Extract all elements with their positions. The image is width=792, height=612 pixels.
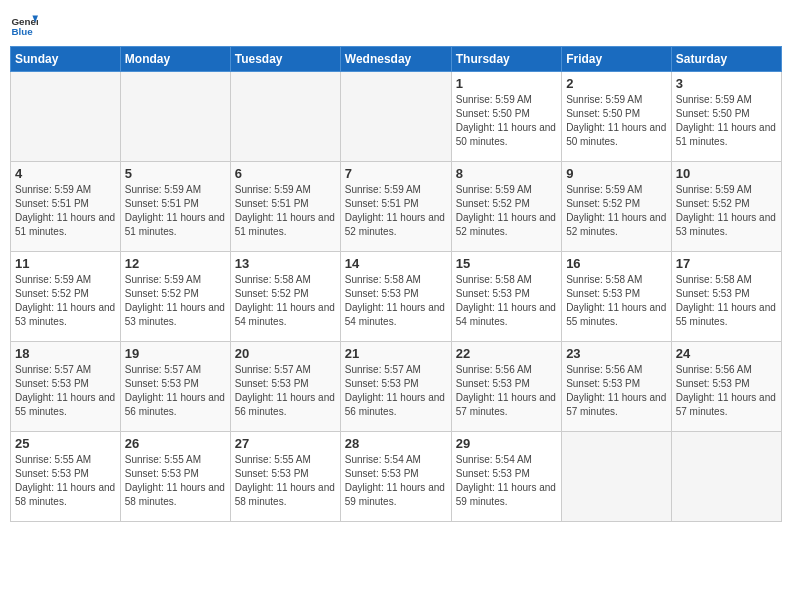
- day-info: Sunrise: 5:54 AM Sunset: 5:53 PM Dayligh…: [456, 453, 557, 509]
- day-number: 23: [566, 346, 667, 361]
- day-number: 19: [125, 346, 226, 361]
- calendar-cell: [340, 72, 451, 162]
- weekday-header: Monday: [120, 47, 230, 72]
- weekday-header: Wednesday: [340, 47, 451, 72]
- day-info: Sunrise: 5:58 AM Sunset: 5:53 PM Dayligh…: [676, 273, 777, 329]
- calendar-week-row: 11Sunrise: 5:59 AM Sunset: 5:52 PM Dayli…: [11, 252, 782, 342]
- day-info: Sunrise: 5:59 AM Sunset: 5:50 PM Dayligh…: [566, 93, 667, 149]
- day-info: Sunrise: 5:57 AM Sunset: 5:53 PM Dayligh…: [235, 363, 336, 419]
- day-info: Sunrise: 5:59 AM Sunset: 5:52 PM Dayligh…: [566, 183, 667, 239]
- calendar-cell: 5Sunrise: 5:59 AM Sunset: 5:51 PM Daylig…: [120, 162, 230, 252]
- day-number: 5: [125, 166, 226, 181]
- day-number: 20: [235, 346, 336, 361]
- calendar-header-row: SundayMondayTuesdayWednesdayThursdayFrid…: [11, 47, 782, 72]
- calendar-cell: 15Sunrise: 5:58 AM Sunset: 5:53 PM Dayli…: [451, 252, 561, 342]
- day-info: Sunrise: 5:59 AM Sunset: 5:51 PM Dayligh…: [15, 183, 116, 239]
- calendar-cell: 22Sunrise: 5:56 AM Sunset: 5:53 PM Dayli…: [451, 342, 561, 432]
- calendar-cell: 9Sunrise: 5:59 AM Sunset: 5:52 PM Daylig…: [562, 162, 672, 252]
- day-number: 25: [15, 436, 116, 451]
- calendar-cell: [120, 72, 230, 162]
- calendar-cell: 12Sunrise: 5:59 AM Sunset: 5:52 PM Dayli…: [120, 252, 230, 342]
- day-number: 17: [676, 256, 777, 271]
- calendar-cell: 18Sunrise: 5:57 AM Sunset: 5:53 PM Dayli…: [11, 342, 121, 432]
- calendar-cell: 13Sunrise: 5:58 AM Sunset: 5:52 PM Dayli…: [230, 252, 340, 342]
- day-number: 18: [15, 346, 116, 361]
- day-info: Sunrise: 5:58 AM Sunset: 5:53 PM Dayligh…: [456, 273, 557, 329]
- calendar-cell: 19Sunrise: 5:57 AM Sunset: 5:53 PM Dayli…: [120, 342, 230, 432]
- day-number: 2: [566, 76, 667, 91]
- day-info: Sunrise: 5:59 AM Sunset: 5:52 PM Dayligh…: [456, 183, 557, 239]
- day-info: Sunrise: 5:55 AM Sunset: 5:53 PM Dayligh…: [15, 453, 116, 509]
- weekday-header: Friday: [562, 47, 672, 72]
- calendar-cell: 21Sunrise: 5:57 AM Sunset: 5:53 PM Dayli…: [340, 342, 451, 432]
- weekday-header: Thursday: [451, 47, 561, 72]
- calendar-cell: [671, 432, 781, 522]
- calendar-cell: 8Sunrise: 5:59 AM Sunset: 5:52 PM Daylig…: [451, 162, 561, 252]
- svg-text:Blue: Blue: [11, 26, 33, 37]
- calendar-cell: 3Sunrise: 5:59 AM Sunset: 5:50 PM Daylig…: [671, 72, 781, 162]
- day-info: Sunrise: 5:59 AM Sunset: 5:52 PM Dayligh…: [676, 183, 777, 239]
- calendar-cell: 1Sunrise: 5:59 AM Sunset: 5:50 PM Daylig…: [451, 72, 561, 162]
- day-number: 8: [456, 166, 557, 181]
- day-number: 10: [676, 166, 777, 181]
- weekday-header: Tuesday: [230, 47, 340, 72]
- calendar-cell: 11Sunrise: 5:59 AM Sunset: 5:52 PM Dayli…: [11, 252, 121, 342]
- day-number: 29: [456, 436, 557, 451]
- day-info: Sunrise: 5:59 AM Sunset: 5:51 PM Dayligh…: [345, 183, 447, 239]
- day-number: 22: [456, 346, 557, 361]
- calendar-cell: 10Sunrise: 5:59 AM Sunset: 5:52 PM Dayli…: [671, 162, 781, 252]
- calendar-cell: [11, 72, 121, 162]
- day-number: 14: [345, 256, 447, 271]
- day-number: 24: [676, 346, 777, 361]
- calendar-cell: 6Sunrise: 5:59 AM Sunset: 5:51 PM Daylig…: [230, 162, 340, 252]
- day-info: Sunrise: 5:57 AM Sunset: 5:53 PM Dayligh…: [15, 363, 116, 419]
- day-info: Sunrise: 5:59 AM Sunset: 5:51 PM Dayligh…: [125, 183, 226, 239]
- day-number: 15: [456, 256, 557, 271]
- day-info: Sunrise: 5:56 AM Sunset: 5:53 PM Dayligh…: [566, 363, 667, 419]
- day-number: 13: [235, 256, 336, 271]
- day-info: Sunrise: 5:56 AM Sunset: 5:53 PM Dayligh…: [456, 363, 557, 419]
- day-info: Sunrise: 5:55 AM Sunset: 5:53 PM Dayligh…: [235, 453, 336, 509]
- page-header: General Blue: [10, 10, 782, 38]
- calendar-cell: 20Sunrise: 5:57 AM Sunset: 5:53 PM Dayli…: [230, 342, 340, 432]
- day-number: 7: [345, 166, 447, 181]
- calendar-cell: 2Sunrise: 5:59 AM Sunset: 5:50 PM Daylig…: [562, 72, 672, 162]
- day-number: 11: [15, 256, 116, 271]
- calendar-cell: 24Sunrise: 5:56 AM Sunset: 5:53 PM Dayli…: [671, 342, 781, 432]
- calendar-week-row: 25Sunrise: 5:55 AM Sunset: 5:53 PM Dayli…: [11, 432, 782, 522]
- day-info: Sunrise: 5:58 AM Sunset: 5:52 PM Dayligh…: [235, 273, 336, 329]
- calendar-cell: 7Sunrise: 5:59 AM Sunset: 5:51 PM Daylig…: [340, 162, 451, 252]
- calendar-cell: 17Sunrise: 5:58 AM Sunset: 5:53 PM Dayli…: [671, 252, 781, 342]
- day-info: Sunrise: 5:59 AM Sunset: 5:50 PM Dayligh…: [456, 93, 557, 149]
- day-number: 12: [125, 256, 226, 271]
- day-number: 9: [566, 166, 667, 181]
- calendar-week-row: 1Sunrise: 5:59 AM Sunset: 5:50 PM Daylig…: [11, 72, 782, 162]
- calendar-cell: 4Sunrise: 5:59 AM Sunset: 5:51 PM Daylig…: [11, 162, 121, 252]
- day-info: Sunrise: 5:57 AM Sunset: 5:53 PM Dayligh…: [125, 363, 226, 419]
- calendar-body: 1Sunrise: 5:59 AM Sunset: 5:50 PM Daylig…: [11, 72, 782, 522]
- calendar-cell: 25Sunrise: 5:55 AM Sunset: 5:53 PM Dayli…: [11, 432, 121, 522]
- calendar-cell: [562, 432, 672, 522]
- calendar-week-row: 4Sunrise: 5:59 AM Sunset: 5:51 PM Daylig…: [11, 162, 782, 252]
- calendar-cell: 26Sunrise: 5:55 AM Sunset: 5:53 PM Dayli…: [120, 432, 230, 522]
- day-info: Sunrise: 5:59 AM Sunset: 5:51 PM Dayligh…: [235, 183, 336, 239]
- day-info: Sunrise: 5:59 AM Sunset: 5:52 PM Dayligh…: [125, 273, 226, 329]
- day-number: 6: [235, 166, 336, 181]
- weekday-header: Saturday: [671, 47, 781, 72]
- day-info: Sunrise: 5:58 AM Sunset: 5:53 PM Dayligh…: [566, 273, 667, 329]
- calendar-cell: [230, 72, 340, 162]
- calendar-cell: 28Sunrise: 5:54 AM Sunset: 5:53 PM Dayli…: [340, 432, 451, 522]
- logo: General Blue: [10, 10, 38, 38]
- calendar-table: SundayMondayTuesdayWednesdayThursdayFrid…: [10, 46, 782, 522]
- calendar-cell: 14Sunrise: 5:58 AM Sunset: 5:53 PM Dayli…: [340, 252, 451, 342]
- day-info: Sunrise: 5:58 AM Sunset: 5:53 PM Dayligh…: [345, 273, 447, 329]
- day-number: 27: [235, 436, 336, 451]
- day-info: Sunrise: 5:54 AM Sunset: 5:53 PM Dayligh…: [345, 453, 447, 509]
- logo-icon: General Blue: [10, 10, 38, 38]
- calendar-cell: 23Sunrise: 5:56 AM Sunset: 5:53 PM Dayli…: [562, 342, 672, 432]
- calendar-cell: 27Sunrise: 5:55 AM Sunset: 5:53 PM Dayli…: [230, 432, 340, 522]
- weekday-header: Sunday: [11, 47, 121, 72]
- day-number: 28: [345, 436, 447, 451]
- day-info: Sunrise: 5:59 AM Sunset: 5:50 PM Dayligh…: [676, 93, 777, 149]
- calendar-cell: 16Sunrise: 5:58 AM Sunset: 5:53 PM Dayli…: [562, 252, 672, 342]
